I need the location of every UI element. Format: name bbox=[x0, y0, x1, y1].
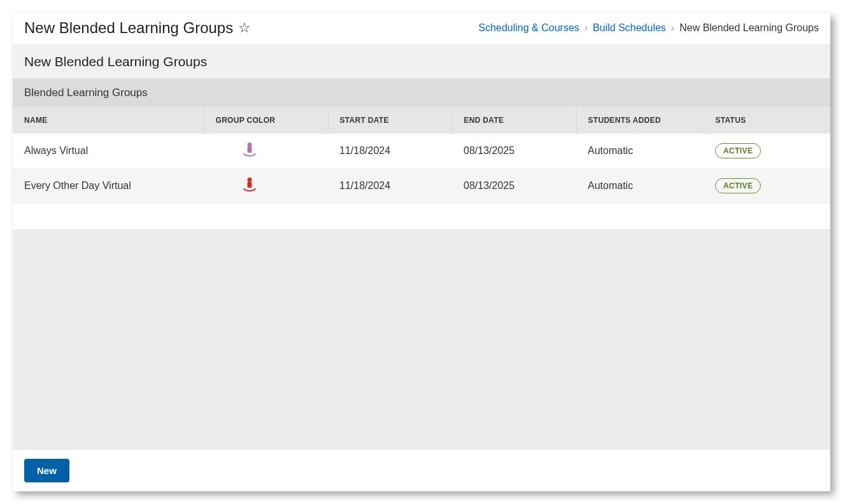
cell-name: Always Virtual bbox=[13, 134, 204, 169]
col-header-status[interactable]: STATUS bbox=[704, 107, 830, 134]
cell-status: ACTIVE bbox=[704, 134, 830, 169]
chevron-right-icon: › bbox=[584, 22, 588, 34]
col-header-group-color[interactable]: GROUP COLOR bbox=[204, 107, 328, 134]
empty-content-area bbox=[13, 229, 830, 449]
page-container: New Blended Learning Groups ☆ Scheduling… bbox=[13, 13, 830, 491]
page-title: New Blended Learning Groups bbox=[24, 19, 233, 37]
cell-students-added: Automatic bbox=[576, 134, 704, 169]
table-header-row: NAME GROUP COLOR START DATE END DATE STU… bbox=[13, 107, 830, 134]
page-header: New Blended Learning Groups ☆ Scheduling… bbox=[13, 13, 830, 45]
cell-status: ACTIVE bbox=[704, 169, 830, 204]
groups-table: NAME GROUP COLOR START DATE END DATE STU… bbox=[13, 107, 830, 204]
table-row[interactable]: Every Other Day Virtual11/18/202408/13/2… bbox=[13, 169, 830, 204]
cell-end-date: 08/13/2025 bbox=[452, 134, 576, 169]
breadcrumb-link-scheduling[interactable]: Scheduling & Courses bbox=[478, 22, 579, 34]
favorite-star-icon[interactable]: ☆ bbox=[238, 21, 251, 35]
cell-name: Every Other Day Virtual bbox=[13, 169, 204, 204]
breadcrumb-current: New Blended Learning Groups bbox=[679, 22, 819, 34]
cell-group-color bbox=[204, 169, 328, 204]
col-header-students-added[interactable]: STUDENTS ADDED bbox=[576, 107, 704, 134]
new-button[interactable]: New bbox=[24, 459, 69, 482]
breadcrumb: Scheduling & Courses › Build Schedules ›… bbox=[478, 22, 819, 34]
status-badge: ACTIVE bbox=[715, 178, 761, 193]
cell-start-date: 11/18/2024 bbox=[328, 134, 452, 169]
col-header-start-date[interactable]: START DATE bbox=[328, 107, 452, 134]
header-left: New Blended Learning Groups ☆ bbox=[24, 19, 251, 37]
cell-group-color bbox=[204, 134, 328, 169]
status-badge: ACTIVE bbox=[715, 143, 761, 158]
col-header-end-date[interactable]: END DATE bbox=[452, 107, 576, 134]
person-pin-icon bbox=[243, 178, 256, 192]
person-pin-icon bbox=[243, 143, 256, 157]
breadcrumb-link-build-schedules[interactable]: Build Schedules bbox=[593, 22, 666, 34]
cell-end-date: 08/13/2025 bbox=[452, 169, 576, 204]
chevron-right-icon: › bbox=[671, 22, 674, 34]
cell-students-added: Automatic bbox=[576, 169, 704, 204]
list-area: NAME GROUP COLOR START DATE END DATE STU… bbox=[13, 107, 830, 229]
cell-start-date: 11/18/2024 bbox=[328, 169, 452, 204]
table-row[interactable]: Always Virtual11/18/202408/13/2025Automa… bbox=[13, 134, 830, 169]
subheader-title: New Blended Learning Groups bbox=[13, 45, 830, 79]
footer-bar: New bbox=[13, 449, 830, 491]
section-title: Blended Learning Groups bbox=[13, 79, 830, 107]
col-header-name[interactable]: NAME bbox=[13, 107, 204, 134]
